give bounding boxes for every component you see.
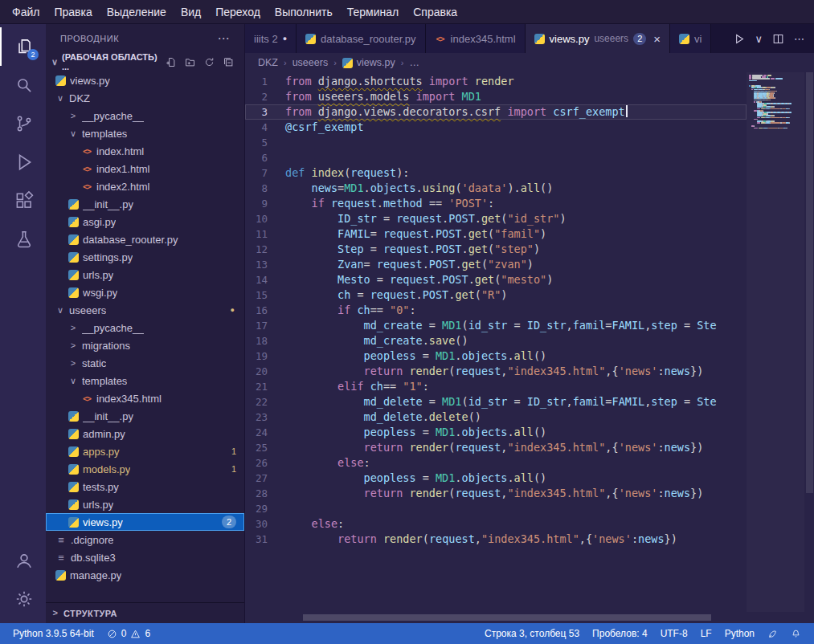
menu-item[interactable]: Выполнить — [268, 3, 340, 21]
horizontal-scrollbar-thumb[interactable] — [303, 614, 711, 621]
file-tests.py[interactable]: tests.py — [46, 478, 244, 495]
activity-settings[interactable] — [0, 580, 46, 618]
breadcrumb-item[interactable]: views.py — [342, 57, 395, 68]
menu-item[interactable]: Файл — [5, 3, 47, 21]
tab-index345.html[interactable]: <>index345.html — [426, 24, 526, 53]
minimap[interactable] — [747, 72, 804, 612]
file-database_roouter.py[interactable]: database_roouter.py — [46, 230, 244, 248]
code-line[interactable]: 9 if request.method == 'POST': — [245, 196, 747, 211]
status-eol[interactable]: LF — [696, 628, 717, 639]
ellipsis[interactable]: ⋯ — [794, 33, 804, 45]
vertical-scrollbar[interactable] — [804, 72, 814, 612]
folder-migrations[interactable]: >migrations — [46, 336, 244, 354]
code-line[interactable]: 7def index(request): — [245, 165, 747, 181]
menu-item[interactable]: Справка — [406, 3, 464, 21]
code-line[interactable]: 6 — [245, 150, 747, 165]
status-cursor-position[interactable]: Строка 3, столбец 53 — [480, 628, 584, 639]
code-line[interactable]: 18 md_create.save() — [245, 333, 747, 348]
horizontal-scrollbar[interactable] — [303, 614, 737, 621]
activity-explorer[interactable]: 2 — [0, 27, 46, 66]
tab-vi[interactable]: vi — [670, 24, 711, 53]
activity-search[interactable] — [0, 66, 46, 104]
folder-__pycache__[interactable]: >__pycache__ — [46, 107, 244, 124]
file-urls.py[interactable]: urls.py — [46, 266, 244, 283]
close-icon[interactable]: × — [653, 32, 661, 46]
code-line[interactable]: 13 Zvan= request.POST.get("zvan") — [245, 257, 747, 272]
new-file-icon[interactable] — [165, 56, 177, 68]
new-folder-icon[interactable] — [184, 56, 196, 68]
status-indentation[interactable]: Пробелов: 4 — [587, 628, 652, 639]
code-line[interactable]: 15 ch = request.POST.get("R") — [245, 287, 747, 303]
menu-item[interactable]: Вид — [174, 3, 208, 21]
file-index2.html[interactable]: <>index2.html — [46, 177, 244, 195]
file-views.py[interactable]: views.py — [46, 71, 244, 89]
activity-run-debug[interactable] — [0, 143, 46, 181]
file-asgi.py[interactable]: asgi.py — [46, 213, 244, 230]
code-line[interactable]: 19 peopless = MD1.objects.all() — [245, 348, 747, 364]
folder-static[interactable]: >static — [46, 354, 244, 372]
file-__init__.py[interactable]: __init__.py — [46, 407, 244, 425]
file-apps.py[interactable]: apps.py1 — [46, 442, 244, 460]
code-line[interactable]: 22 md_delete = MD1(id_str = ID_str,famil… — [245, 394, 747, 410]
code-line[interactable]: 28 return render(request,"index345.html"… — [245, 486, 747, 501]
activity-extensions[interactable] — [0, 181, 46, 220]
status-notifications[interactable] — [786, 629, 806, 639]
code-line[interactable]: 1from django.shortcuts import render — [245, 74, 747, 89]
code-editor[interactable]: 1from django.shortcuts import render2fro… — [245, 72, 814, 623]
code-line[interactable]: 10 ID_str = request.POST.get("id_str") — [245, 211, 747, 226]
file-index1.html[interactable]: <>index1.html — [46, 160, 244, 177]
file-wsgi.py[interactable]: wsgi.py — [46, 283, 244, 301]
code-line[interactable]: 14 Mesto = request.POST.get("mesto") — [245, 272, 747, 287]
status-problems[interactable]: 06 — [102, 628, 155, 639]
file-admin.py[interactable]: admin.py — [46, 425, 244, 442]
code-line[interactable]: 17 md_create = MD1(id_str = ID_str,famil… — [245, 318, 747, 333]
code-line[interactable]: 26 else: — [245, 455, 747, 471]
file-manage.py[interactable]: manage.py — [46, 566, 244, 584]
play-icon[interactable] — [732, 32, 746, 46]
code-line[interactable]: 29 — [245, 501, 747, 516]
code-line[interactable]: 16 if ch== "0": — [245, 303, 747, 318]
menu-item[interactable]: Правка — [47, 3, 99, 21]
status-python-interpreter[interactable]: Python 3.9.5 64-bit — [8, 628, 99, 639]
activity-source-control[interactable] — [0, 104, 46, 143]
file-index.html[interactable]: <>index.html — [46, 142, 244, 160]
outline-section-header[interactable]: > СТРУКТУРА — [46, 602, 244, 623]
folder-__pycache__[interactable]: >__pycache__ — [46, 319, 244, 336]
code-line[interactable]: 27 peopless = MD1.objects.all() — [245, 471, 747, 486]
status-encoding[interactable]: UTF-8 — [656, 628, 693, 639]
breadcrumb-item[interactable]: DKZ — [258, 57, 278, 68]
code-line[interactable]: 20 return render(request,"index345.html"… — [245, 364, 747, 379]
tab-iiits 2[interactable]: iiits 2● — [245, 24, 297, 53]
refresh-icon[interactable] — [203, 56, 215, 68]
activity-accounts[interactable] — [0, 541, 46, 580]
code-line[interactable]: 30 else: — [245, 516, 747, 532]
menu-item[interactable]: Терминал — [340, 3, 406, 21]
file-index345.html[interactable]: <>index345.html — [46, 389, 244, 407]
file-settings.py[interactable]: settings.py — [46, 248, 244, 266]
menu-item[interactable]: Переход — [208, 3, 268, 21]
status-feedback[interactable] — [763, 629, 783, 639]
code-line[interactable]: 25 return render(request,"index345.html"… — [245, 440, 747, 455]
code-line[interactable]: 3from django.views.decorators.csrf impor… — [245, 104, 747, 120]
code-line[interactable]: 11 FAMIL= request.POST.get("famil") — [245, 226, 747, 242]
vertical-scrollbar-thumb[interactable] — [806, 72, 813, 493]
code-line[interactable]: 12 Step = request.POST.get("step") — [245, 242, 747, 257]
code-line[interactable]: 5 — [245, 135, 747, 150]
folder-DKZ[interactable]: ∨DKZ — [46, 89, 244, 107]
code-line[interactable]: 8 news=MD1.objects.using('daata').all() — [245, 181, 747, 196]
folder-useeers[interactable]: ∨useeers● — [46, 301, 244, 319]
code-line[interactable]: 21 elif ch== "1": — [245, 379, 747, 394]
file-views.py[interactable]: views.py2 — [46, 513, 244, 531]
code-line[interactable]: 23 md_delete.delete() — [245, 410, 747, 425]
breadcrumb-item[interactable]: useeers — [292, 57, 328, 68]
file-db.sqlite3[interactable]: ≡db.sqlite3 — [46, 548, 244, 566]
tab-database_roouter.py[interactable]: database_roouter.py — [297, 24, 426, 53]
workspace-section-header[interactable]: ∨ (РАБОЧАЯ ОБЛАСТЬ) ... — [46, 52, 244, 71]
code-line[interactable]: 4@csrf_exempt — [245, 120, 747, 135]
collapse-all-icon[interactable] — [223, 56, 235, 68]
split-icon[interactable] — [771, 32, 785, 46]
code-line[interactable]: 31 return render(request,"index345.html"… — [245, 532, 747, 547]
file-.dcignore[interactable]: ≡.dcignore — [46, 531, 244, 548]
file-__init__.py[interactable]: __init__.py — [46, 195, 244, 213]
more-actions-icon[interactable]: ⋯ — [218, 31, 231, 46]
